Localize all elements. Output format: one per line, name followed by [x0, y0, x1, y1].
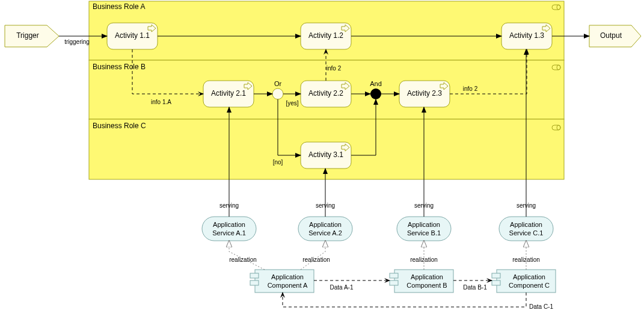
svg-text:Service A.1: Service A.1	[212, 229, 246, 237]
svg-text:Activity 2.2: Activity 2.2	[308, 89, 343, 98]
svg-rect-61	[492, 280, 500, 285]
realization-a2	[301, 241, 325, 270]
lane-a-label: Business Role A	[93, 2, 145, 11]
svg-text:serving: serving	[517, 202, 536, 209]
svg-text:Activity 1.3: Activity 1.3	[509, 31, 544, 40]
yes-label: [yes]	[286, 100, 298, 107]
svg-rect-55	[390, 280, 398, 285]
activity-2-2: Activity 2.2	[301, 81, 351, 107]
svg-text:Service B.1: Service B.1	[407, 229, 441, 237]
svg-point-17	[272, 88, 283, 99]
data-c-a	[283, 293, 526, 307]
activity-1-3: Activity 1.3	[501, 23, 552, 49]
app-service-b1: Application Service B.1 Application Serv…	[397, 217, 451, 241]
svg-text:realization: realization	[410, 256, 438, 263]
svg-text:realization: realization	[229, 256, 257, 263]
info2-side-label: info 2	[463, 85, 478, 92]
app-component-a: Application Component A Application Comp…	[250, 270, 314, 293]
activity-1-2: Activity 1.2	[301, 23, 351, 49]
app-component-b: Application Component B Application Comp…	[390, 270, 453, 293]
svg-text:Application: Application	[271, 273, 304, 280]
svg-rect-48	[250, 273, 259, 278]
svg-text:realization: realization	[302, 256, 330, 263]
svg-text:serving: serving	[219, 202, 239, 209]
svg-text:And: And	[370, 80, 382, 87]
svg-text:Or: Or	[274, 80, 282, 87]
svg-rect-49	[250, 280, 259, 285]
app-service-a2: Application Service A.2 Application Serv…	[298, 217, 352, 241]
svg-text:Application: Application	[513, 273, 545, 280]
svg-text:Activity 1.1: Activity 1.1	[115, 31, 150, 40]
svg-rect-54	[390, 273, 398, 278]
svg-text:Data C-1: Data C-1	[529, 303, 553, 310]
svg-text:Activity 2.1: Activity 2.1	[211, 89, 246, 98]
activity-3-1: Activity 3.1	[301, 142, 351, 169]
no-label: [no]	[273, 159, 283, 166]
trigger-event: Trigger	[5, 25, 59, 47]
output-event: Output	[589, 25, 641, 47]
activity-1-1: Activity 1.1	[107, 23, 158, 49]
svg-rect-60	[492, 273, 500, 278]
output-label: Output	[600, 31, 622, 40]
flow-triggering-label: triggering	[64, 39, 90, 45]
app-service-a1: Application Service A.1 Application Serv…	[202, 217, 256, 241]
svg-text:Activity 2.3: Activity 2.3	[407, 89, 442, 98]
svg-text:Component A: Component A	[268, 282, 308, 289]
activity-2-1: Activity 2.1	[203, 81, 254, 107]
app-service-c1: Application Service C.1 Application Serv…	[499, 217, 553, 241]
svg-text:Service A.2: Service A.2	[308, 229, 342, 237]
svg-text:Application: Application	[510, 221, 542, 228]
lane-b-label: Business Role B	[93, 63, 146, 71]
realization-a1	[229, 241, 265, 270]
app-component-c: Application Component C Application Comp…	[492, 270, 556, 293]
svg-text:Activity 3.1: Activity 3.1	[308, 150, 343, 159]
svg-text:serving: serving	[414, 202, 434, 209]
svg-text:Application: Application	[309, 221, 342, 228]
lane-c-label: Business Role C	[93, 122, 146, 130]
trigger-label: Trigger	[16, 31, 39, 40]
svg-text:Component B: Component B	[406, 282, 447, 289]
svg-text:realization: realization	[512, 256, 540, 263]
archimate-diagram: Business Role A Business Role B Business…	[0, 0, 644, 322]
svg-text:Application: Application	[411, 273, 443, 280]
svg-text:Data B-1: Data B-1	[463, 284, 487, 291]
info1a-label: info 1.A	[151, 99, 171, 105]
svg-text:Activity 1.2: Activity 1.2	[308, 31, 343, 40]
svg-text:Data A-1: Data A-1	[330, 284, 354, 291]
svg-point-21	[370, 88, 381, 99]
svg-text:serving: serving	[316, 202, 335, 209]
svg-text:Service C.1: Service C.1	[509, 229, 544, 237]
svg-text:Component C: Component C	[509, 282, 550, 289]
svg-text:Application: Application	[213, 221, 245, 228]
svg-text:Application: Application	[408, 221, 440, 228]
info2-up-label: info 2	[327, 65, 342, 72]
activity-2-3: Activity 2.3	[399, 81, 450, 107]
